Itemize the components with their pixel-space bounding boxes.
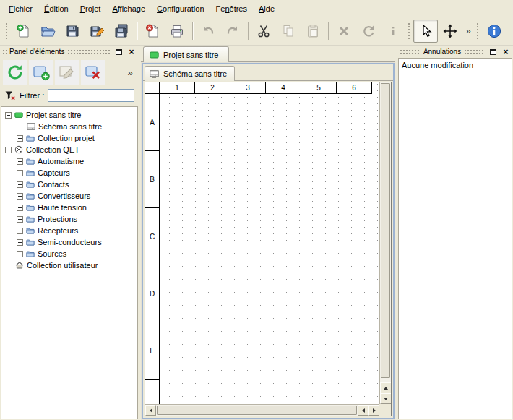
select-mode-button[interactable] (413, 20, 438, 43)
toolbar-grip[interactable] (5, 22, 9, 40)
vertical-scrollbar[interactable] (379, 82, 391, 404)
copy-button[interactable] (276, 20, 301, 43)
reload-collections-button[interactable] (3, 60, 27, 85)
vscroll-thumb[interactable] (381, 83, 390, 378)
menu-fenetres[interactable]: Fenêtres (210, 2, 253, 15)
expander-minus-icon[interactable] (5, 147, 12, 153)
float-button[interactable] (488, 47, 498, 56)
close-button[interactable]: × (501, 47, 511, 56)
undo-history-list[interactable]: Aucune modification (398, 58, 512, 419)
expander-plus-icon[interactable] (17, 181, 23, 188)
tree-item-convertisseurs[interactable]: Convertisseurs (1, 190, 137, 202)
undo-dock-titlebar[interactable]: Annulations × (397, 46, 513, 58)
tree-item-schema[interactable]: Schéma sans titre (1, 121, 137, 132)
tree-item-contacts[interactable]: Contacts (1, 179, 137, 190)
expander-plus-icon[interactable] (17, 251, 23, 257)
expander-plus-icon[interactable] (17, 216, 23, 223)
menu-edition[interactable]: Édition (38, 2, 74, 15)
tree-item-collection-qet[interactable]: Collection QET (1, 144, 137, 155)
clear-filter-icon[interactable] (4, 90, 16, 101)
tree-item-collection-utilisateur[interactable]: Collection utilisateur (1, 260, 137, 271)
paste-button[interactable] (301, 20, 325, 43)
printer-icon (169, 23, 185, 39)
tree-item-capteurs[interactable]: Capteurs (1, 167, 137, 179)
expander-plus-icon[interactable] (17, 228, 23, 234)
scroll-right-button[interactable] (368, 405, 379, 416)
tree-item-project[interactable]: Projet sans titre (1, 109, 137, 121)
project-tabbar: Projet sans titre (141, 46, 395, 62)
toolbar-overflow-chevron[interactable]: » (462, 25, 474, 36)
scroll-down-button[interactable] (380, 393, 392, 404)
tree-item-recepteurs[interactable]: Récepteurs (1, 225, 137, 236)
menu-projet[interactable]: Projet (74, 2, 107, 15)
about-qet-button[interactable] (482, 20, 506, 43)
delete-element-button[interactable] (81, 60, 105, 85)
expander-plus-icon[interactable] (17, 170, 23, 176)
open-file-button[interactable] (35, 20, 60, 43)
new-element-button[interactable] (29, 60, 53, 85)
project-tab[interactable]: Projet sans titre (143, 46, 229, 62)
undo-button[interactable] (196, 20, 220, 43)
undo-icon (200, 23, 216, 39)
scroll-up-button[interactable] (380, 382, 392, 393)
menu-configuration[interactable]: Configuration (151, 2, 210, 15)
save-button[interactable] (60, 20, 85, 43)
main-toolbar: » (0, 17, 513, 46)
toolbar-grip[interactable] (476, 22, 480, 40)
schema-icon (27, 122, 35, 131)
expander-plus-icon[interactable] (17, 205, 23, 211)
menu-aide[interactable]: Aide (253, 2, 280, 15)
expander-plus-icon[interactable] (17, 239, 23, 246)
arrow-left-icon (150, 408, 152, 413)
schema-view: 1 2 3 4 5 6 A B C D (145, 82, 392, 416)
redo-button[interactable] (220, 20, 245, 43)
expander-plus-icon[interactable] (17, 135, 23, 142)
save-all-button[interactable] (109, 20, 134, 43)
tree-item-label: Convertisseurs (38, 192, 90, 200)
close-button[interactable]: × (126, 47, 137, 56)
delete-x-icon (336, 23, 352, 39)
float-button[interactable] (113, 47, 124, 56)
schema-icon (150, 70, 159, 78)
tree-item-automatisme[interactable]: Automatisme (1, 155, 137, 167)
panel-overflow-chevron[interactable]: » (124, 67, 136, 78)
scroll-left-button-2[interactable] (358, 405, 368, 416)
elements-tree[interactable]: Projet sans titre Schéma sans titre Coll… (1, 106, 138, 419)
tree-item-semi-conducteurs[interactable]: Semi-conducteurs (1, 236, 137, 248)
print-button[interactable] (165, 20, 189, 43)
scroll-mode-button[interactable] (438, 20, 462, 43)
element-info-button[interactable] (381, 20, 405, 43)
tree-item-label: Sources (38, 249, 66, 258)
column-header-4: 4 (266, 82, 301, 94)
save-as-button[interactable] (85, 20, 109, 43)
filter-input[interactable] (48, 89, 134, 102)
elements-panel-titlebar[interactable]: Panel d'éléments × (0, 46, 139, 58)
grid-dots (145, 82, 379, 404)
scroll-left-button[interactable] (145, 405, 156, 416)
project-icon (14, 111, 23, 119)
schema-canvas[interactable]: 1 2 3 4 5 6 A B C D (145, 82, 379, 404)
delete-element-icon (84, 63, 103, 82)
tree-item-haute-tension[interactable]: Haute tension (1, 202, 137, 213)
menu-affichage[interactable]: Affichage (106, 2, 151, 15)
tree-item-protections[interactable]: Protections (1, 213, 137, 225)
expander-plus-icon[interactable] (17, 158, 23, 165)
new-document-button[interactable] (11, 20, 35, 43)
tree-item-sources[interactable]: Sources (1, 248, 137, 260)
tree-item-collection-projet[interactable]: Collection projet (1, 132, 137, 144)
project-icon (150, 51, 159, 59)
toolbar-grip[interactable] (408, 22, 411, 40)
tree-item-label: Contacts (38, 180, 69, 189)
cut-button[interactable] (251, 20, 276, 43)
close-file-button[interactable] (140, 20, 165, 43)
expander-plus-icon[interactable] (17, 193, 23, 200)
edit-element-button[interactable] (55, 60, 79, 85)
expander-minus-icon[interactable] (5, 112, 12, 119)
menu-fichier[interactable]: Fichier (3, 2, 38, 15)
hscroll-thumb[interactable] (157, 406, 357, 415)
delete-button[interactable] (332, 20, 356, 43)
dock-grip (67, 49, 111, 55)
rotate-button[interactable] (356, 20, 381, 43)
horizontal-scrollbar[interactable] (145, 404, 379, 416)
schema-tab[interactable]: Schéma sans titre (145, 66, 235, 81)
